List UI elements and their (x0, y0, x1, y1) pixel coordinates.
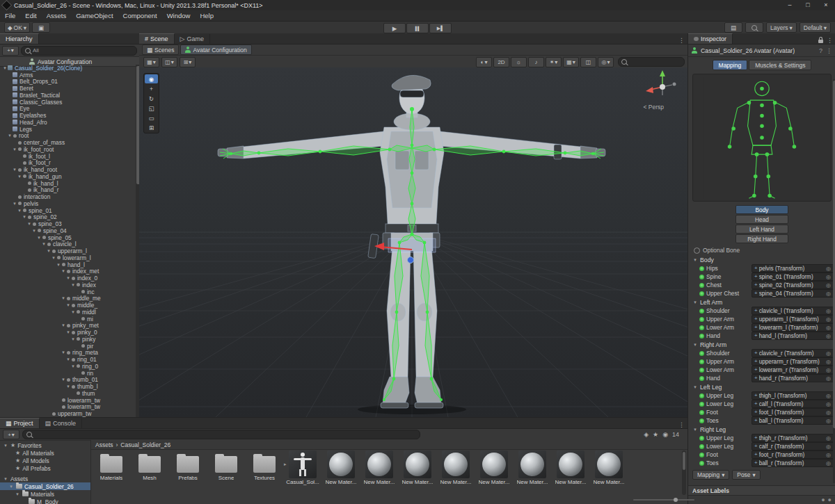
foldout-arrow[interactable]: ▾ (12, 167, 17, 172)
avatar-part-button-head[interactable]: Head (735, 215, 788, 224)
foldout-arrow[interactable]: ▾ (692, 342, 698, 348)
assets-foldout[interactable]: ▾Assets (0, 475, 90, 482)
hierarchy-item-spine_02[interactable]: ▾spine_02 (0, 214, 136, 221)
foldout-arrow[interactable]: ▾ (17, 208, 22, 213)
foldout-arrow[interactable]: ▾ (41, 241, 47, 247)
foldout-arrow[interactable]: ▾ (692, 384, 698, 390)
bone-object-field[interactable]: +upperarm_r (Transform)◎ (752, 357, 835, 366)
favorite-item-all-materials[interactable]: ★All Materials (0, 449, 90, 457)
hierarchy-item-middle_[interactable]: ▾middle_ (0, 302, 136, 309)
object-picker-icon[interactable]: ◎ (826, 291, 831, 297)
gizmos-button[interactable]: ◎▾ (598, 57, 614, 67)
bone-object-field[interactable]: +pelvis (Transform)◎ (752, 264, 835, 273)
foldout-arrow[interactable]: ▾ (61, 350, 66, 355)
mapping-menu-button[interactable]: Mapping▾ (692, 470, 729, 480)
avatar-part-button-left-hand[interactable]: Left Hand (735, 225, 788, 234)
foldout-arrow[interactable]: ▾ (61, 295, 66, 301)
pause-button[interactable]: ▌▌ (406, 23, 429, 33)
asset-material-9[interactable]: New Mater... (438, 450, 473, 503)
project-tree-item-m_body[interactable]: M_Body (0, 498, 90, 504)
section-foldout-left-arm[interactable]: ▾Left Arm (692, 298, 835, 307)
object-picker-icon[interactable]: ◎ (826, 452, 831, 458)
foldout-arrow[interactable]: ▾ (61, 323, 66, 328)
foldout-arrow[interactable]: ▾ (70, 282, 76, 288)
hierarchy-item-Belt_Drops_01[interactable]: Belt_Drops_01 (0, 79, 136, 86)
object-picker-icon[interactable]: ◎ (826, 460, 831, 466)
hierarchy-search-input[interactable]: All (21, 46, 137, 56)
bone-object-field[interactable]: +hand_r (Transform)◎ (752, 374, 835, 382)
object-picker-icon[interactable]: ◎ (826, 444, 831, 450)
hierarchy-item-index[interactable]: ▾index (0, 282, 136, 288)
project-tree-item-materials[interactable]: ▾Materials (0, 490, 90, 498)
hierarchy-item-pinky_0[interactable]: ▾pinky_0 (0, 329, 136, 336)
hierarchy-item-spine_01[interactable]: ▾spine_01 (0, 207, 136, 214)
hierarchy-item-thumb_01[interactable]: ▾thumb_01 (0, 377, 136, 384)
foldout-arrow[interactable]: ▾ (2, 65, 8, 71)
bone-object-field[interactable]: +upperarm_l (Transform)◎ (752, 315, 835, 323)
context-menu-icon[interactable]: ⋮ (826, 47, 832, 54)
hierarchy-item-lowerarm_tw[interactable]: lowerarm_tw (0, 404, 136, 411)
bone-object-field[interactable]: +calf_r (Transform)◎ (752, 442, 835, 450)
asset-folder-1[interactable]: Mesh (132, 450, 167, 503)
bone-object-field[interactable]: +clavicle_l (Transform)◎ (752, 307, 835, 315)
hierarchy-item-pir[interactable]: pir (0, 343, 136, 350)
foldout-arrow[interactable]: ▾ (692, 300, 698, 305)
tab-scene[interactable]: #Scene (139, 33, 175, 44)
foldout-arrow[interactable]: ▾ (8, 484, 14, 489)
hierarchy-item-pelvis[interactable]: ▾pelvis (0, 200, 136, 207)
hierarchy-item-lowerarm_l[interactable]: ▾lowerarm_l (0, 254, 136, 261)
hidden-packages-icon[interactable]: ◉ (662, 431, 668, 438)
snap-button[interactable]: ⊞▾ (180, 57, 196, 67)
object-picker-icon[interactable]: ◎ (826, 266, 831, 272)
foldout-arrow[interactable]: ▾ (12, 201, 17, 206)
foldout-arrow[interactable]: ▾ (65, 302, 71, 308)
step-button[interactable]: ▶▌ (429, 23, 452, 33)
section-foldout-body[interactable]: ▾Body (692, 255, 835, 264)
hierarchy-item-clavicle_l[interactable]: ▾clavicle_l (0, 241, 136, 248)
favorite-item-all-models[interactable]: ★All Models (0, 457, 90, 464)
hierarchy-item-ring_0[interactable]: ▾ring_0 (0, 363, 136, 370)
expand-subassets-icon[interactable]: ▸ (284, 462, 287, 467)
version-control-button[interactable]: ◆ OK ▾ (4, 22, 30, 33)
hierarchy-item-ring_meta[interactable]: ▾ring_meta (0, 350, 136, 357)
asset-material-11[interactable]: New Mater... (515, 450, 550, 503)
hierarchy-item-Legs[interactable]: Legs (0, 126, 136, 133)
tab-inspector[interactable]: Inspector (688, 33, 733, 44)
section-foldout-left-leg[interactable]: ▾Left Leg (692, 382, 835, 391)
asset-model-5[interactable]: ▸Casual_Sol... (285, 450, 320, 503)
foldout-arrow[interactable]: ▾ (70, 336, 76, 342)
tab-mapping[interactable]: Mapping (713, 60, 748, 70)
hierarchy-item-spine_03[interactable]: ▾spine_03 (0, 220, 136, 227)
foldout-arrow[interactable]: ▾ (22, 214, 27, 220)
search-by-label-icon[interactable]: ★ (653, 431, 658, 438)
avatar-mapping-diagram[interactable] (692, 74, 832, 202)
asset-material-10[interactable]: New Mater... (477, 450, 511, 503)
shading-mode-button[interactable]: ◐▾ (476, 57, 492, 67)
scale-tool-button[interactable]: ◱ (145, 104, 158, 113)
foldout-arrow[interactable]: ▾ (56, 262, 61, 268)
object-picker-icon[interactable]: ◎ (826, 282, 831, 288)
foldout-arrow[interactable]: ▾ (65, 357, 71, 362)
hierarchy-item-interaction[interactable]: interaction (0, 193, 136, 200)
bone-object-field[interactable]: +ball_l (Transform)◎ (752, 416, 835, 425)
tab-hierarchy[interactable]: Hierarchy (0, 33, 39, 44)
asset-material-6[interactable]: New Mater... (324, 450, 358, 503)
foldout-arrow[interactable]: ▾ (61, 268, 66, 274)
foldout-arrow[interactable]: ▾ (65, 330, 71, 335)
help-icon[interactable]: ? (819, 47, 822, 54)
menu-help[interactable]: Help (195, 10, 218, 21)
hierarchy-item-thum[interactable]: thum (0, 390, 136, 397)
menu-gameobject[interactable]: GameObject (71, 10, 118, 21)
hierarchy-item-center_of_mass[interactable]: center_of_mass (0, 139, 136, 146)
rect-tool-button[interactable]: ▭ (145, 113, 158, 122)
draw-mode-button[interactable]: ▦▾ (143, 57, 159, 67)
menu-window[interactable]: Window (162, 10, 196, 21)
2d-toggle-button[interactable]: 2D (493, 57, 509, 67)
section-foldout-right-leg[interactable]: ▾Right Leg (692, 425, 835, 434)
object-picker-icon[interactable]: ◎ (826, 350, 831, 357)
bone-object-field[interactable]: +foot_r (Transform)◎ (752, 450, 835, 459)
tab-console[interactable]: ▤Console (40, 418, 83, 428)
hierarchy-item-rin[interactable]: rin (0, 370, 136, 377)
view-tool-button[interactable]: ◉ (145, 74, 158, 83)
tab-muscles-settings[interactable]: Muscles & Settings (749, 60, 811, 70)
